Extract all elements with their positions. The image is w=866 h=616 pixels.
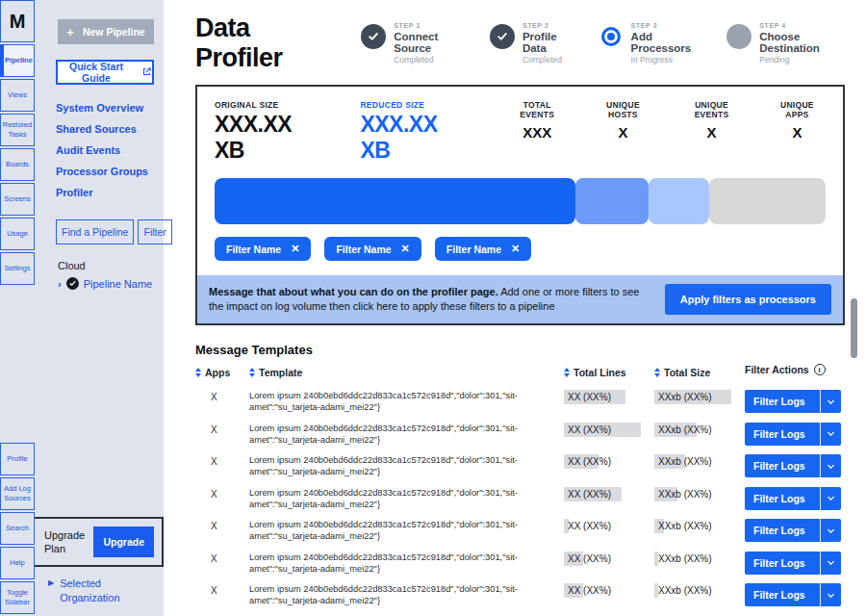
bar-segment-volume-band-3	[649, 178, 710, 224]
rail-item-help[interactable]: Help	[0, 547, 35, 579]
rail-item-search[interactable]: Search	[0, 512, 35, 545]
filter-chip[interactable]: Filter Name✕	[324, 237, 420, 261]
step-status: Completed	[522, 55, 572, 64]
close-icon[interactable]: ✕	[511, 243, 520, 255]
column-label: Filter Actions	[745, 364, 809, 375]
find-pipeline-input[interactable]: Find a Pipeline	[56, 219, 134, 244]
step-name: Profile Data	[522, 31, 572, 54]
table-row: XLorem ipsum 240b0ebd6ddc22d833ca1c572c9…	[195, 450, 845, 483]
info-icon[interactable]	[814, 364, 826, 375]
close-icon[interactable]: ✕	[291, 243, 299, 255]
filter-logs-button[interactable]: Filter Logs	[745, 583, 841, 606]
sort-icon[interactable]	[564, 368, 570, 377]
apps-cell: X	[195, 583, 242, 596]
step-status: In Progress	[631, 55, 700, 64]
filter-logs-button[interactable]: Filter Logs	[745, 519, 841, 542]
rail-item-toggle-sidebar[interactable]: Toggle Sidebar	[0, 581, 35, 614]
filter-logs-label: Filter Logs	[745, 519, 820, 542]
wizard-steps: STEP 1Connect SourceCompletedSTEP 2Profi…	[361, 22, 845, 64]
step-add-processors[interactable]: STEP 3Add ProcessorsIn Progress	[599, 22, 700, 64]
chevron-down-icon[interactable]	[820, 390, 841, 413]
value-text: XX (XX%)	[568, 392, 611, 402]
filter-logs-label: Filter Logs	[745, 487, 820, 510]
selected-organization[interactable]: ▶ Selected Organization	[35, 567, 164, 616]
sort-icon[interactable]	[195, 368, 201, 377]
external-link-icon	[141, 66, 152, 79]
filter-logs-label: Filter Logs	[745, 454, 820, 477]
filter-chip[interactable]: Filter Name✕	[435, 237, 531, 261]
rail-item-add-log-sources[interactable]: Add Log Sources	[0, 477, 35, 510]
main-content: Data Profiler STEP 1Connect SourceComple…	[164, 0, 866, 616]
table-row: XLorem ipsum 240b0ebd6ddc22d833ca1c572c9…	[195, 419, 845, 451]
sidebar-link-profiler[interactable]: Profiler	[56, 187, 156, 198]
filter-logs-button[interactable]: Filter Logs	[745, 552, 841, 575]
chevron-down-icon[interactable]	[820, 552, 841, 575]
rail-item-settings[interactable]: Settings	[0, 252, 35, 285]
pending-circle-icon	[726, 24, 751, 49]
filter-logs-label: Filter Logs	[745, 552, 820, 575]
metric-value: X	[769, 124, 826, 141]
close-icon[interactable]: ✕	[401, 243, 410, 255]
bar-segment-volume-band-2	[575, 178, 649, 224]
rail-item-views[interactable]: Views	[0, 79, 35, 112]
chevron-down-icon[interactable]	[820, 423, 841, 446]
template-cell: Lorem ipsum 240b0ebd6ddc22d833ca1c572c91…	[249, 390, 556, 414]
banner-bold-text: Message that about what you can do on th…	[209, 286, 498, 297]
rail-item-restored-tasks[interactable]: Restored Tasks	[0, 114, 35, 146]
actions-cell: Filter Logs	[745, 519, 845, 542]
sort-icon[interactable]	[249, 368, 255, 377]
filter-logs-button[interactable]: Filter Logs	[745, 487, 841, 510]
actions-cell: Filter Logs	[745, 390, 845, 413]
tree-item-pipeline[interactable]: › Pipeline Name	[58, 277, 158, 290]
app-logo[interactable]: M	[0, 0, 35, 42]
value-text: XX (XX%)	[568, 521, 611, 531]
filter-logs-button[interactable]: Filter Logs	[745, 454, 841, 477]
reduced-size-label: REDUCED SIZE	[360, 100, 469, 110]
bar-segment-remaining-volume	[709, 178, 826, 224]
reduced-size-value: XXX.XX XB	[360, 112, 469, 164]
sidebar-link-audit-events[interactable]: Audit Events	[56, 144, 156, 156]
upgrade-button[interactable]: Upgrade	[93, 526, 154, 557]
chevron-down-icon[interactable]	[820, 487, 841, 510]
icon-rail: M PipelineViewsRestored TasksBoardsScree…	[0, 0, 35, 616]
sidebar-link-shared-sources[interactable]: Shared Sources	[56, 123, 156, 135]
chevron-down-icon[interactable]	[820, 519, 841, 542]
filter-chip[interactable]: Filter Name✕	[215, 237, 311, 261]
filter-logs-button[interactable]: Filter Logs	[745, 390, 841, 413]
rail-item-boards[interactable]: Boards	[0, 148, 35, 181]
message-templates-section: Message Templates AppsTemplateTotal Line…	[195, 343, 845, 616]
rail-item-usage[interactable]: Usage	[0, 218, 35, 250]
chevron-right-icon[interactable]: ›	[58, 278, 62, 290]
step-choose-destination[interactable]: STEP 4Choose DestinationPending	[726, 22, 845, 64]
sidebar-link-processor-groups[interactable]: Processor Groups	[56, 166, 156, 177]
rail-item-pipeline[interactable]: Pipeline	[0, 44, 35, 77]
apps-cell: X	[195, 487, 242, 500]
value-text: XXxb (XX%)	[658, 585, 712, 596]
quick-start-guide-button[interactable]: Quick Start Guide	[56, 60, 154, 85]
chevron-down-icon[interactable]	[820, 454, 841, 477]
column-header-total-size: Total Size	[654, 367, 737, 378]
sidebar-link-system-overview[interactable]: System Overview	[56, 102, 156, 114]
rail-item-profile[interactable]: Profile	[0, 443, 35, 475]
metric-unique-events: UNIQUE EVENTSX	[677, 100, 746, 164]
sort-icon[interactable]	[654, 368, 660, 377]
metric-label: UNIQUE HOSTS	[592, 100, 655, 119]
rail-item-screens[interactable]: Screens	[0, 183, 35, 216]
sidebar: + New Pipeline Quick Start Guide System …	[35, 0, 164, 616]
reduced-size-stat: REDUCED SIZE XXX.XX XB	[360, 100, 469, 164]
filter-logs-button[interactable]: Filter Logs	[745, 423, 841, 446]
chevron-down-icon[interactable]	[820, 583, 841, 606]
step-text: STEP 2Profile DataCompleted	[522, 22, 572, 64]
quick-start-label: Quick Start Guide	[58, 61, 135, 84]
scrollbar-thumb[interactable]	[851, 298, 857, 358]
upgrade-plan-label: Upgrade Plan	[44, 528, 86, 556]
new-pipeline-button[interactable]: + New Pipeline	[58, 19, 154, 44]
template-cell: Lorem ipsum 240b0ebd6ddc22d833ca1c572c91…	[249, 583, 556, 607]
step-profile-data[interactable]: STEP 2Profile DataCompleted	[490, 22, 572, 64]
metric-value: X	[677, 124, 746, 141]
step-status: Completed	[394, 55, 463, 64]
filter-chips: Filter Name✕Filter Name✕Filter Name✕	[215, 237, 826, 261]
table-row: XLorem ipsum 240b0ebd6ddc22d833ca1c572c9…	[195, 515, 845, 548]
step-connect-source[interactable]: STEP 1Connect SourceCompleted	[361, 22, 463, 64]
apply-filters-button[interactable]: Apply filters as processors	[665, 284, 831, 315]
